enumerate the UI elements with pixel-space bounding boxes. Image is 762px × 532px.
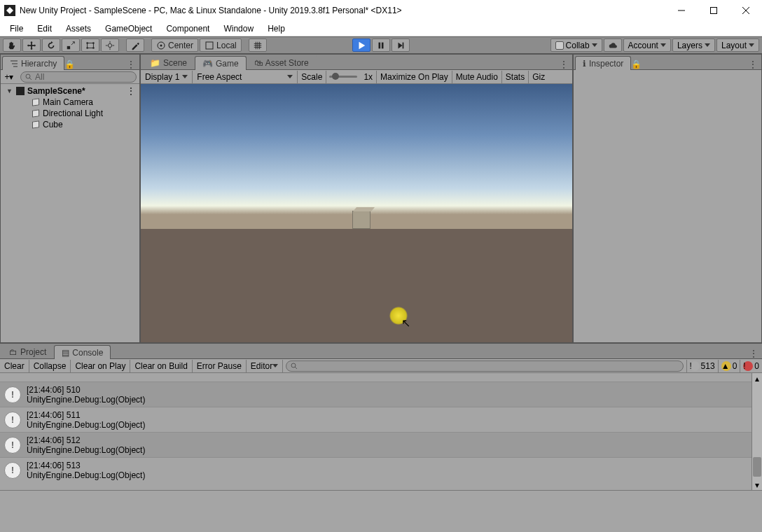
svg-point-9 bbox=[92, 47, 95, 49]
aspect-select[interactable]: Free Aspect bbox=[193, 71, 298, 83]
tab-project-label: Project bbox=[20, 347, 46, 357]
svg-rect-15 bbox=[382, 42, 384, 48]
chevron-down-icon bbox=[660, 43, 666, 47]
console-icon: ▤ bbox=[62, 348, 69, 358]
hierarchy-item-label: Directional Light bbox=[43, 108, 103, 118]
svg-point-6 bbox=[86, 42, 88, 44]
menu-window[interactable]: Window bbox=[218, 22, 259, 35]
console-scrollbar[interactable]: ▴ ▾ bbox=[751, 373, 762, 490]
layers-dropdown[interactable]: Layers bbox=[672, 38, 715, 52]
window-minimize-button[interactable] bbox=[665, 0, 698, 21]
info-icon: ! bbox=[4, 386, 21, 403]
pivot-space-button[interactable]: Local bbox=[200, 38, 242, 52]
scene-node[interactable]: ▼ SampleScene* ⋮ bbox=[1, 85, 139, 97]
create-dropdown[interactable]: +▾ bbox=[1, 72, 18, 82]
chevron-down-icon bbox=[287, 75, 293, 78]
hand-tool-button[interactable] bbox=[3, 38, 21, 52]
cloud-button[interactable] bbox=[604, 38, 622, 52]
scale-slider[interactable] bbox=[329, 76, 357, 78]
grid-snap-button[interactable] bbox=[249, 38, 267, 52]
info-count-toggle[interactable]: !513 bbox=[686, 360, 718, 372]
hierarchy-item-main-camera[interactable]: Main Camera bbox=[1, 97, 139, 108]
console-log-list[interactable]: ! [21:44:06] 510UnityEngine.Debug:Log(Ob… bbox=[0, 373, 762, 490]
gizmos-toggle[interactable]: Giz bbox=[529, 71, 548, 83]
play-button[interactable] bbox=[352, 38, 370, 52]
stats-toggle[interactable]: Stats bbox=[502, 71, 529, 83]
scroll-down-icon[interactable]: ▾ bbox=[752, 479, 762, 490]
folder-icon: 🗀 bbox=[9, 347, 18, 357]
menu-assets[interactable]: Assets bbox=[60, 22, 97, 35]
account-dropdown[interactable]: Account bbox=[623, 38, 671, 52]
menu-edit[interactable]: Edit bbox=[32, 22, 57, 35]
tab-console[interactable]: ▤Console bbox=[54, 345, 111, 359]
lock-icon[interactable]: 🔒 bbox=[64, 59, 74, 69]
log-entry[interactable]: ! [21:44:06] 511UnityEngine.Debug:Log(Ob… bbox=[0, 407, 762, 432]
panel-menu-icon[interactable]: ⋮ bbox=[744, 59, 761, 69]
svg-line-18 bbox=[29, 78, 32, 80]
svg-rect-13 bbox=[206, 42, 213, 49]
collab-label: Collab bbox=[566, 41, 590, 50]
custom-tools-button[interactable] bbox=[126, 38, 144, 52]
tab-scene[interactable]: 📁Scene bbox=[142, 55, 195, 69]
menu-file[interactable]: File bbox=[4, 22, 29, 35]
move-tool-button[interactable] bbox=[22, 38, 41, 52]
console-search-input[interactable] bbox=[286, 360, 683, 372]
error-count-toggle[interactable]: !0 bbox=[740, 360, 762, 372]
scale-tool-button[interactable] bbox=[62, 38, 80, 52]
tab-inspector[interactable]: ℹInspector bbox=[575, 56, 631, 70]
step-button[interactable] bbox=[392, 38, 410, 52]
editor-dropdown[interactable]: Editor bbox=[247, 360, 283, 372]
panel-menu-icon[interactable]: ⋮ bbox=[123, 59, 139, 69]
game-viewport[interactable]: ↖ bbox=[141, 84, 572, 342]
pivot-space-label: Local bbox=[216, 41, 237, 50]
unity-scene-icon bbox=[16, 87, 25, 95]
pause-button[interactable] bbox=[372, 38, 390, 52]
warn-count-toggle[interactable]: ▲0 bbox=[718, 360, 740, 372]
error-pause-toggle[interactable]: Error Pause bbox=[193, 360, 247, 372]
transform-tool-button[interactable] bbox=[101, 38, 119, 52]
hierarchy-search-input[interactable]: All bbox=[20, 71, 137, 83]
window-close-button[interactable] bbox=[730, 0, 762, 21]
window-maximize-button[interactable] bbox=[698, 0, 730, 21]
display-select[interactable]: Display 1 bbox=[141, 71, 193, 83]
tab-project[interactable]: 🗀Project bbox=[1, 344, 54, 358]
svg-point-12 bbox=[160, 44, 162, 46]
menu-component[interactable]: Component bbox=[160, 22, 215, 35]
layout-dropdown[interactable]: Layout bbox=[716, 38, 759, 52]
maximize-on-play-toggle[interactable]: Maximize On Play bbox=[377, 71, 452, 83]
window-titlebar: New Unity Project - SampleScene - PC, Ma… bbox=[0, 0, 762, 21]
console-area: 🗀Project ▤Console ⋮ Clear Collapse Clear… bbox=[0, 343, 762, 532]
pivot-mode-button[interactable]: Center bbox=[151, 38, 198, 52]
clear-on-play-toggle[interactable]: Clear on Play bbox=[71, 360, 130, 372]
scrollbar-thumb[interactable] bbox=[753, 457, 761, 477]
svg-rect-14 bbox=[379, 42, 381, 48]
log-entry[interactable]: ! [21:44:06] 512UnityEngine.Debug:Log(Ob… bbox=[0, 432, 762, 457]
search-icon bbox=[291, 363, 298, 370]
collapse-toggle[interactable]: Collapse bbox=[29, 360, 71, 372]
hierarchy-item-cube[interactable]: Cube bbox=[1, 119, 139, 130]
clear-button[interactable]: Clear bbox=[0, 360, 29, 372]
unity-app-icon bbox=[4, 5, 15, 16]
mute-audio-toggle[interactable]: Mute Audio bbox=[452, 71, 502, 83]
panel-menu-icon[interactable]: ⋮ bbox=[555, 59, 572, 69]
expand-arrow-icon[interactable]: ▼ bbox=[6, 88, 13, 94]
log-entry[interactable]: ! [21:44:06] 510UnityEngine.Debug:Log(Ob… bbox=[0, 382, 762, 407]
collab-dropdown[interactable]: Collab bbox=[550, 38, 602, 52]
hierarchy-item-directional-light[interactable]: Directional Light bbox=[1, 108, 139, 119]
collab-check-icon bbox=[555, 41, 564, 50]
rect-tool-button[interactable] bbox=[81, 38, 99, 52]
scroll-up-icon[interactable]: ▴ bbox=[752, 373, 762, 384]
tab-asset-store[interactable]: 🛍Asset Store bbox=[247, 55, 317, 69]
gameobject-icon bbox=[32, 98, 40, 106]
lock-icon[interactable]: 🔒 bbox=[631, 59, 641, 69]
menu-gameobject[interactable]: GameObject bbox=[99, 22, 158, 35]
panel-menu-icon[interactable]: ⋮ bbox=[745, 349, 762, 358]
scene-menu-icon[interactable]: ⋮ bbox=[127, 86, 139, 96]
rotate-tool-button[interactable] bbox=[42, 38, 60, 52]
log-entry[interactable] bbox=[0, 373, 762, 382]
tab-game[interactable]: 🎮Game bbox=[195, 56, 247, 70]
clear-on-build-toggle[interactable]: Clear on Build bbox=[130, 360, 192, 372]
tab-hierarchy[interactable]: Hierarchy bbox=[2, 56, 64, 70]
menu-help[interactable]: Help bbox=[262, 22, 291, 35]
log-entry[interactable]: ! [21:44:06] 513UnityEngine.Debug:Log(Ob… bbox=[0, 457, 762, 482]
